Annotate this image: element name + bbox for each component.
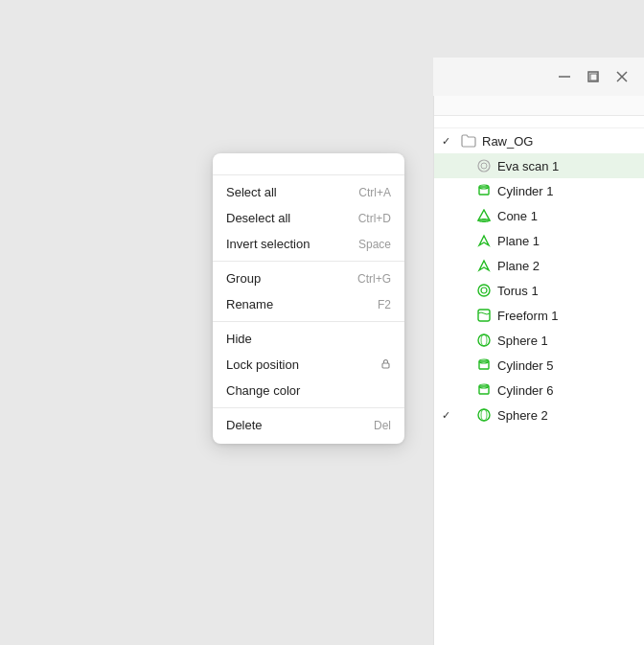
- item-label: Plane 1: [497, 234, 540, 248]
- menu-item-shortcut: Ctrl+A: [358, 186, 391, 199]
- menu-item-invert-selection[interactable]: Invert selectionSpace: [213, 231, 404, 257]
- menu-item-label: Group: [226, 271, 261, 286]
- cylinder-icon: [476, 382, 492, 398]
- menu-item-label: Lock position: [226, 357, 299, 372]
- svg-point-14: [481, 288, 487, 293]
- title-bar: [433, 58, 644, 96]
- checkmark-icon: ✓: [442, 409, 455, 422]
- list-item[interactable]: Cylinder 5: [434, 353, 644, 378]
- item-label: Cylinder 1: [497, 184, 554, 198]
- sphere-icon: [476, 407, 492, 423]
- minimize-button[interactable]: [558, 70, 571, 83]
- list-item[interactable]: Cone 1: [434, 203, 644, 228]
- menu-item-label: Change color: [226, 383, 300, 398]
- menu-item-label: Invert selection: [226, 237, 310, 251]
- svg-point-16: [478, 334, 490, 346]
- name-column-header: [434, 116, 644, 128]
- list-item[interactable]: ✓Raw_OG: [434, 128, 644, 153]
- item-label: Sphere 2: [497, 408, 548, 423]
- svg-marker-12: [479, 261, 489, 270]
- menu-item-hide[interactable]: Hide: [213, 326, 404, 352]
- item-label: Torus 1: [497, 284, 539, 298]
- svg-point-22: [478, 409, 490, 421]
- list-item[interactable]: Freeform 1: [434, 303, 644, 328]
- window-frame: ✓Raw_OGEva scan 1Cylinder 1Cone 1Plane 1…: [0, 0, 644, 645]
- menu-item-label: Delete: [226, 418, 263, 432]
- menu-item-change-color[interactable]: Change color: [213, 378, 404, 403]
- list-item[interactable]: ✓Sphere 2: [434, 403, 644, 427]
- list-item[interactable]: Plane 1: [434, 228, 644, 253]
- svg-point-5: [478, 160, 490, 172]
- list-item[interactable]: Eva scan 1: [434, 153, 644, 178]
- menu-item-label: Hide: [226, 332, 252, 346]
- menu-item-group[interactable]: GroupCtrl+G: [213, 265, 404, 291]
- lock-position-icon: [380, 358, 391, 371]
- menu-item-label: Rename: [226, 297, 273, 311]
- menu-item-rename[interactable]: RenameF2: [213, 291, 404, 317]
- menu-item-shortcut: Space: [358, 238, 391, 251]
- list-item[interactable]: Torus 1: [434, 278, 644, 303]
- menu-separator: [213, 321, 404, 322]
- cylinder-icon: [476, 357, 492, 373]
- eva-icon: [476, 158, 492, 173]
- plane-icon: [476, 233, 492, 248]
- maximize-button[interactable]: [586, 70, 600, 83]
- object-list: ✓Raw_OGEva scan 1Cylinder 1Cone 1Plane 1…: [434, 128, 644, 645]
- svg-rect-15: [478, 310, 490, 321]
- menu-separator: [213, 261, 404, 262]
- menu-item-shortcut: Ctrl+D: [358, 212, 391, 225]
- folder-icon: [461, 133, 476, 149]
- cylinder-icon: [476, 183, 492, 198]
- svg-point-17: [481, 334, 487, 346]
- svg-rect-2: [590, 74, 597, 81]
- item-label: Cylinder 6: [497, 383, 554, 398]
- menu-item-deselect-all[interactable]: Deselect allCtrl+D: [213, 205, 404, 231]
- list-item[interactable]: Cylinder 6: [434, 378, 644, 403]
- menu-item-shortcut: Ctrl+G: [357, 272, 391, 286]
- menu-item-select-all[interactable]: Select allCtrl+A: [213, 179, 404, 205]
- list-item[interactable]: Plane 2: [434, 253, 644, 278]
- item-label: Raw_OG: [482, 134, 533, 149]
- sphere-icon: [476, 333, 492, 348]
- close-button[interactable]: [615, 70, 629, 83]
- menu-item-lock-position[interactable]: Lock position: [213, 352, 404, 378]
- panel-header: [434, 96, 644, 116]
- menu-separator: [213, 407, 404, 408]
- freeform-icon: [476, 308, 492, 323]
- item-label: Freeform 1: [497, 309, 559, 323]
- svg-point-6: [481, 163, 487, 169]
- menu-item-label: Select all: [226, 185, 277, 199]
- menu-item-shortcut: F2: [378, 298, 391, 311]
- item-label: Cylinder 5: [497, 358, 554, 373]
- right-panel: ✓Raw_OGEva scan 1Cylinder 1Cone 1Plane 1…: [433, 96, 644, 645]
- plane-icon: [476, 258, 492, 273]
- item-label: Plane 2: [497, 259, 540, 273]
- menu-item-delete[interactable]: DeleteDel: [213, 412, 404, 438]
- context-menu: Select allCtrl+ADeselect allCtrl+DInvert…: [213, 153, 404, 444]
- item-label: Sphere 1: [497, 334, 548, 348]
- item-label: Cone 1: [497, 209, 538, 223]
- svg-point-23: [481, 409, 487, 421]
- torus-icon: [476, 283, 492, 298]
- menu-item-label: Deselect all: [226, 211, 290, 225]
- list-item[interactable]: Cylinder 1: [434, 178, 644, 203]
- checkmark-icon: ✓: [442, 135, 455, 148]
- cone-icon: [476, 208, 492, 223]
- svg-point-13: [478, 285, 490, 296]
- export-menu-item[interactable]: [213, 159, 404, 175]
- svg-rect-24: [382, 363, 389, 368]
- list-item[interactable]: Sphere 1: [434, 328, 644, 353]
- svg-marker-11: [479, 236, 489, 245]
- item-label: Eva scan 1: [497, 159, 559, 173]
- menu-item-shortcut: Del: [374, 419, 391, 432]
